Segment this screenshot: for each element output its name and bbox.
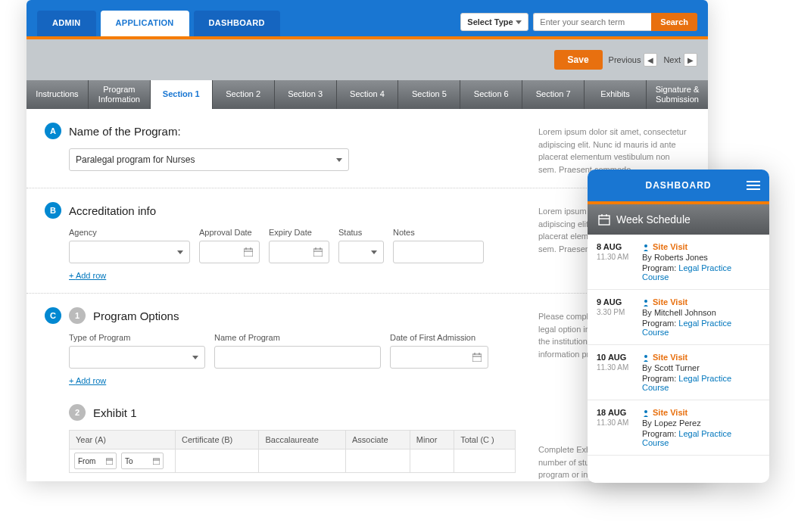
person-icon [642, 244, 650, 251]
year-to-input[interactable]: To [121, 453, 164, 469]
status-select[interactable] [338, 241, 384, 263]
badge-c1: 1 [69, 307, 86, 324]
sectab-section1[interactable]: Section 1 [151, 80, 213, 109]
notes-input[interactable] [393, 241, 484, 263]
schedule-event: Site Visit [653, 408, 687, 417]
name-prog-label: Name of Program [214, 333, 381, 342]
calendar-icon [244, 247, 253, 257]
mobile-subtitle: Week Schedule [616, 213, 691, 226]
add-row-c[interactable]: + Add row [69, 376, 106, 385]
sectab-program-info[interactable]: Program Information [89, 80, 151, 109]
th-total: Total (C ) [454, 431, 516, 450]
sectab-signature[interactable]: Signature & Submission [647, 80, 708, 109]
schedule-date: 18 AUG11.30 AM [597, 408, 634, 447]
sectab-section5[interactable]: Section 5 [398, 80, 460, 109]
th-bacc: Baccalaureate [259, 431, 346, 450]
svg-rect-0 [244, 249, 253, 257]
menu-icon[interactable] [747, 179, 760, 192]
badge-c: C [45, 307, 61, 324]
calendar-icon [153, 458, 160, 465]
calendar-icon [106, 458, 113, 465]
schedule-item[interactable]: 9 AUG3.30 PMSite VisitBy Mitchell Johnso… [588, 290, 769, 345]
agency-select[interactable] [69, 241, 190, 263]
svg-point-20 [644, 244, 647, 247]
top-tabs: ADMIN APPLICATION DASHBOARD [37, 11, 280, 36]
svg-point-23 [644, 410, 647, 413]
program-link[interactable]: Legal Practice Course [642, 263, 731, 282]
schedule-body: Site VisitBy Mitchell JohnsonProgram: Le… [642, 297, 760, 337]
sectab-section4[interactable]: Section 4 [337, 80, 399, 109]
program-link[interactable]: Legal Practice Course [642, 374, 731, 392]
schedule-date: 8 AUG11.30 AM [597, 242, 634, 282]
block-c2-title: Exhibit 1 [93, 406, 137, 419]
cell-bacc[interactable] [259, 450, 346, 473]
search-button[interactable]: Search [651, 13, 697, 31]
next-control[interactable]: Next ▶ [663, 53, 697, 67]
schedule-item[interactable]: 8 AUG11.30 AMSite VisitBy Roberts JonesP… [588, 235, 769, 290]
approval-date-input[interactable] [199, 241, 260, 263]
tab-application[interactable]: APPLICATION [101, 11, 189, 36]
svg-point-21 [644, 300, 647, 303]
schedule-event: Site Visit [653, 353, 687, 362]
type-prog-select[interactable] [69, 346, 205, 369]
dof-label: Date of First Admission [390, 333, 488, 342]
sectab-section2[interactable]: Section 2 [213, 80, 275, 109]
program-select-value: Paralegal program for Nurses [76, 154, 195, 165]
section-tabs: Instructions Program Information Section… [26, 80, 708, 109]
block-b-title: Accreditation info [69, 204, 156, 217]
chevron-left-icon: ◀ [644, 53, 657, 67]
tab-admin[interactable]: ADMIN [37, 11, 96, 36]
save-button[interactable]: Save [554, 50, 603, 70]
name-prog-input[interactable] [214, 346, 381, 369]
program-select[interactable]: Paralegal program for Nurses [69, 148, 349, 171]
schedule-event: Site Visit [653, 297, 687, 306]
block-a-title: Name of the Program: [69, 125, 181, 138]
sectab-section7[interactable]: Section 7 [522, 80, 585, 109]
toolbar: Save Previous ◀ Next ▶ [26, 39, 708, 80]
sectab-section3[interactable]: Section 3 [275, 80, 337, 109]
add-row-b[interactable]: + Add row [69, 271, 106, 280]
program-link[interactable]: Legal Practice Course [642, 429, 731, 447]
search-wrap: Search [533, 13, 697, 31]
tab-dashboard[interactable]: DASHBOARD [194, 11, 280, 36]
person-icon [642, 354, 650, 362]
top-header: ADMIN APPLICATION DASHBOARD Select Type … [26, 0, 708, 36]
svg-rect-12 [106, 459, 113, 465]
sectab-exhibits[interactable]: Exhibits [585, 80, 647, 109]
agency-label: Agency [69, 228, 190, 237]
cell-minor[interactable] [410, 450, 454, 473]
person-icon [642, 409, 650, 417]
chevron-down-icon [336, 158, 342, 162]
approval-label: Approval Date [199, 228, 260, 237]
mobile-subheader: Week Schedule [588, 204, 769, 235]
cell-assoc[interactable] [345, 450, 410, 473]
th-assoc: Associate [345, 431, 410, 450]
top-search: Select Type Search [460, 13, 697, 31]
prev-control[interactable]: Previous ◀ [609, 53, 658, 67]
calendar-icon [598, 213, 610, 226]
badge-a: A [45, 123, 61, 139]
schedule-body: Site VisitBy Scott TurnerProgram: Legal … [642, 353, 760, 392]
mobile-list: 8 AUG11.30 AMSite VisitBy Roberts JonesP… [588, 235, 769, 456]
expiry-date-input[interactable] [269, 241, 329, 263]
select-type-dropdown[interactable]: Select Type [460, 13, 528, 31]
schedule-event: Site Visit [653, 242, 687, 251]
schedule-item[interactable]: 10 AUG11.30 AMSite VisitBy Scott TurnerP… [588, 345, 769, 400]
year-from-input[interactable]: From [74, 453, 117, 469]
sectab-section6[interactable]: Section 6 [460, 80, 522, 109]
chevron-down-icon [177, 250, 183, 254]
cell-total[interactable] [454, 450, 516, 473]
th-cert: Certificate (B) [176, 431, 259, 450]
schedule-item[interactable]: 18 AUG11.30 AMSite VisitBy Lopez PerezPr… [588, 400, 769, 456]
dof-input[interactable] [390, 346, 488, 369]
chevron-down-icon [192, 356, 198, 359]
program-link[interactable]: Legal Practice Course [642, 319, 731, 337]
exhibit-table: Year (A) Certificate (B) Baccalaureate A… [69, 430, 516, 473]
cell-cert[interactable] [176, 450, 259, 473]
search-input[interactable] [533, 13, 651, 31]
svg-rect-14 [153, 459, 160, 465]
th-year: Year (A) [70, 431, 176, 450]
sectab-instructions[interactable]: Instructions [26, 80, 89, 109]
svg-rect-4 [313, 249, 323, 257]
status-label: Status [338, 228, 384, 237]
